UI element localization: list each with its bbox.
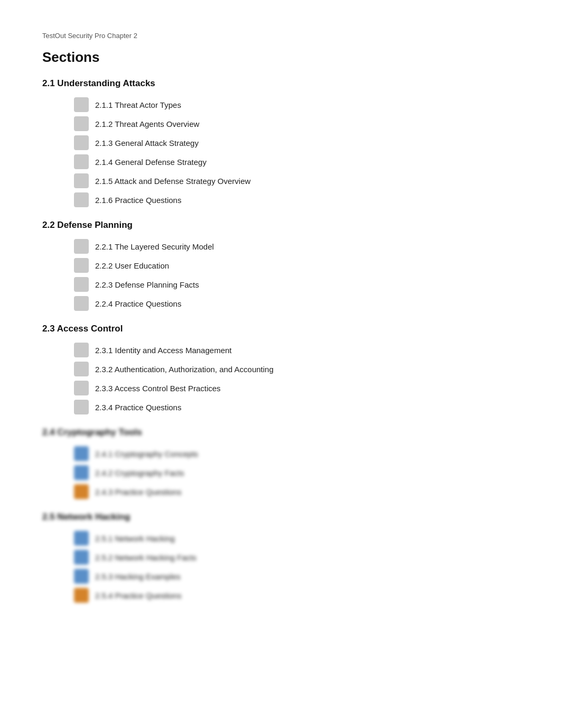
subsection-item-2.4.3[interactable]: 2.4.3 Practice Questions	[74, 484, 519, 499]
section-header-2.3[interactable]: 2.3 Access Control	[42, 324, 519, 334]
subsection-item-2.3.1[interactable]: 2.3.1 Identity and Access Management	[74, 343, 519, 357]
subsection-label-2.5.4: 2.5.4 Practice Questions	[95, 591, 181, 600]
subsection-item-2.5.4[interactable]: 2.5.4 Practice Questions	[74, 588, 519, 603]
subsection-label-2.2.3: 2.2.3 Defense Planning Facts	[95, 280, 199, 289]
subsection-icon-2.4.3	[74, 484, 89, 499]
subsection-icon-2.1.3	[74, 135, 89, 150]
subsection-item-2.4.1[interactable]: 2.4.1 Cryptography Concepts	[74, 446, 519, 461]
subsection-item-2.1.4[interactable]: 2.1.4 General Defense Strategy	[74, 154, 519, 169]
subsection-icon-2.5.1	[74, 531, 89, 546]
section-header-2.4[interactable]: 2.4 Cryptography Tools	[42, 427, 519, 438]
subsection-icon-2.4.2	[74, 465, 89, 480]
subsection-label-2.4.1: 2.4.1 Cryptography Concepts	[95, 449, 198, 458]
subsection-label-2.1.4: 2.1.4 General Defense Strategy	[95, 158, 207, 167]
subsection-list-2.5: 2.5.1 Network Hacking2.5.2 Network Hacki…	[74, 531, 519, 603]
section-2.3[interactable]: 2.3 Access Control2.3.1 Identity and Acc…	[42, 324, 519, 414]
subsection-item-2.1.2[interactable]: 2.1.2 Threat Agents Overview	[74, 116, 519, 131]
subsection-label-2.5.2: 2.5.2 Network Hacking Facts	[95, 553, 197, 562]
subsection-label-2.1.1: 2.1.1 Threat Actor Types	[95, 100, 181, 109]
subsection-label-2.3.3: 2.3.3 Access Control Best Practices	[95, 384, 221, 393]
subsection-item-2.1.1[interactable]: 2.1.1 Threat Actor Types	[74, 97, 519, 112]
subsection-icon-2.3.2	[74, 362, 89, 376]
subsection-icon-2.2.1	[74, 239, 89, 254]
subsection-item-2.2.4[interactable]: 2.2.4 Practice Questions	[74, 296, 519, 311]
subsection-label-2.3.1: 2.3.1 Identity and Access Management	[95, 346, 232, 355]
course-title: TestOut Security Pro Chapter 2	[42, 32, 519, 40]
subsection-item-2.2.3[interactable]: 2.2.3 Defense Planning Facts	[74, 277, 519, 292]
subsection-item-2.3.4[interactable]: 2.3.4 Practice Questions	[74, 400, 519, 414]
subsection-icon-2.1.1	[74, 97, 89, 112]
subsection-item-2.1.5[interactable]: 2.1.5 Attack and Defense Strategy Overvi…	[74, 173, 519, 188]
subsection-item-2.1.3[interactable]: 2.1.3 General Attack Strategy	[74, 135, 519, 150]
section-2.2[interactable]: 2.2 Defense Planning2.2.1 The Layered Se…	[42, 220, 519, 311]
subsection-icon-2.3.3	[74, 381, 89, 395]
subsection-list-2.4: 2.4.1 Cryptography Concepts2.4.2 Cryptog…	[74, 446, 519, 499]
section-2.1[interactable]: 2.1 Understanding Attacks2.1.1 Threat Ac…	[42, 78, 519, 207]
subsection-label-2.5.3: 2.5.3 Hacking Examples	[95, 572, 181, 581]
subsection-label-2.1.5: 2.1.5 Attack and Defense Strategy Overvi…	[95, 177, 250, 186]
subsection-label-2.3.4: 2.3.4 Practice Questions	[95, 403, 181, 412]
subsection-icon-2.5.4	[74, 588, 89, 603]
subsection-label-2.3.2: 2.3.2 Authentication, Authorization, and…	[95, 365, 274, 374]
subsection-label-2.5.1: 2.5.1 Network Hacking	[95, 534, 175, 543]
subsection-label-2.4.3: 2.4.3 Practice Questions	[95, 487, 181, 496]
section-header-2.2[interactable]: 2.2 Defense Planning	[42, 220, 519, 231]
subsection-icon-2.1.6	[74, 192, 89, 207]
page-heading: Sections	[42, 49, 519, 66]
subsection-item-2.5.2[interactable]: 2.5.2 Network Hacking Facts	[74, 550, 519, 565]
subsection-list-2.2: 2.2.1 The Layered Security Model2.2.2 Us…	[74, 239, 519, 311]
subsection-label-2.2.4: 2.2.4 Practice Questions	[95, 299, 181, 308]
subsection-label-2.4.2: 2.4.2 Cryptography Facts	[95, 468, 184, 477]
subsection-item-2.3.2[interactable]: 2.3.2 Authentication, Authorization, and…	[74, 362, 519, 376]
section-2.4[interactable]: 2.4 Cryptography Tools2.4.1 Cryptography…	[42, 427, 519, 499]
subsection-icon-2.2.3	[74, 277, 89, 292]
subsection-item-2.2.1[interactable]: 2.2.1 The Layered Security Model	[74, 239, 519, 254]
subsection-label-2.2.1: 2.2.1 The Layered Security Model	[95, 242, 214, 251]
subsection-icon-2.2.4	[74, 296, 89, 311]
subsection-item-2.3.3[interactable]: 2.3.3 Access Control Best Practices	[74, 381, 519, 395]
subsection-icon-2.4.1	[74, 446, 89, 461]
section-2.5[interactable]: 2.5 Network Hacking2.5.1 Network Hacking…	[42, 512, 519, 603]
subsection-label-2.1.3: 2.1.3 General Attack Strategy	[95, 139, 199, 148]
subsection-item-2.1.6[interactable]: 2.1.6 Practice Questions	[74, 192, 519, 207]
subsection-label-2.1.2: 2.1.2 Threat Agents Overview	[95, 119, 199, 128]
subsection-list-2.3: 2.3.1 Identity and Access Management2.3.…	[74, 343, 519, 414]
subsection-label-2.1.6: 2.1.6 Practice Questions	[95, 196, 181, 205]
sections-container: 2.1 Understanding Attacks2.1.1 Threat Ac…	[42, 78, 519, 603]
subsection-icon-2.3.1	[74, 343, 89, 357]
subsection-list-2.1: 2.1.1 Threat Actor Types2.1.2 Threat Age…	[74, 97, 519, 207]
section-header-2.1[interactable]: 2.1 Understanding Attacks	[42, 78, 519, 89]
subsection-icon-2.1.4	[74, 154, 89, 169]
subsection-icon-2.2.2	[74, 258, 89, 273]
subsection-icon-2.1.2	[74, 116, 89, 131]
subsection-item-2.5.1[interactable]: 2.5.1 Network Hacking	[74, 531, 519, 546]
subsection-label-2.2.2: 2.2.2 User Education	[95, 261, 169, 270]
subsection-item-2.2.2[interactable]: 2.2.2 User Education	[74, 258, 519, 273]
subsection-icon-2.3.4	[74, 400, 89, 414]
subsection-item-2.4.2[interactable]: 2.4.2 Cryptography Facts	[74, 465, 519, 480]
subsection-icon-2.1.5	[74, 173, 89, 188]
subsection-icon-2.5.2	[74, 550, 89, 565]
section-header-2.5[interactable]: 2.5 Network Hacking	[42, 512, 519, 522]
subsection-icon-2.5.3	[74, 569, 89, 584]
subsection-item-2.5.3[interactable]: 2.5.3 Hacking Examples	[74, 569, 519, 584]
